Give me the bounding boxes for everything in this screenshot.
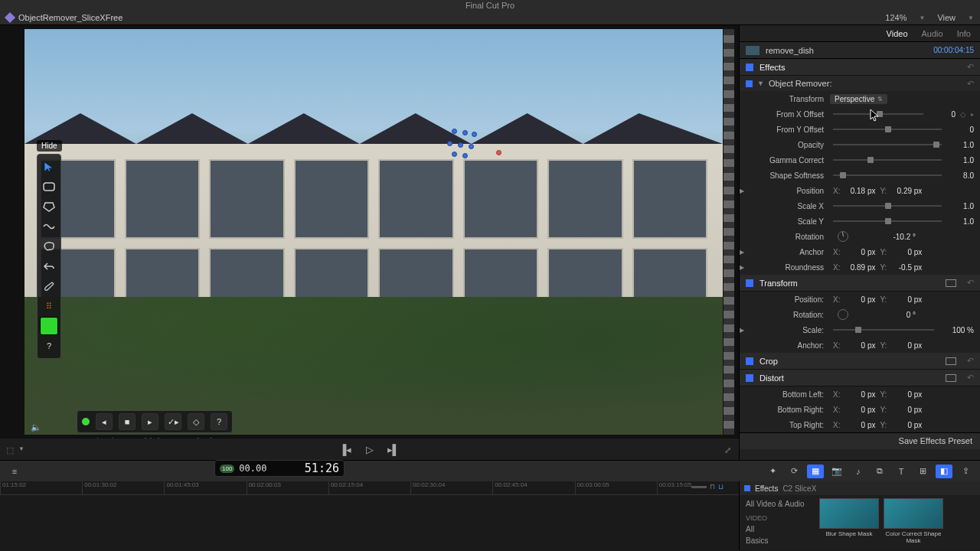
- transform-section-header[interactable]: Transform ↶: [740, 275, 980, 292]
- effect-reset-icon[interactable]: ↶: [967, 79, 974, 89]
- effects-toggle-icon[interactable]: [746, 64, 753, 71]
- fx-cat-basics[interactable]: Basics: [743, 535, 813, 546]
- stop-button[interactable]: ■: [119, 413, 136, 430]
- fx-thumb-color-correct[interactable]: Color Correct Shape Mask: [884, 498, 943, 546]
- view-menu[interactable]: View: [937, 13, 956, 22]
- blob-tool[interactable]: [40, 237, 58, 256]
- snapping-icon[interactable]: ⊔: [718, 483, 724, 491]
- play-pause-button[interactable]: ▷: [366, 444, 374, 455]
- disclosure-icon[interactable]: ▶: [740, 264, 747, 271]
- tracker-point[interactable]: [452, 129, 457, 134]
- rotation-dial[interactable]: [838, 231, 848, 242]
- music-icon[interactable]: ♪: [850, 465, 867, 478]
- tracker-point[interactable]: [462, 153, 468, 158]
- rectangle-tool[interactable]: [40, 178, 58, 196]
- speaker-icon[interactable]: 🔈: [31, 422, 41, 432]
- distort-osd-icon[interactable]: [946, 374, 956, 382]
- distort-toggle-icon[interactable]: [746, 374, 753, 382]
- crop-reset-icon[interactable]: ↶: [967, 356, 974, 366]
- crop-section-header[interactable]: Crop ↶: [740, 353, 980, 370]
- crop-toggle-icon[interactable]: [746, 357, 753, 365]
- undo-tool[interactable]: [40, 257, 58, 276]
- disclosure-icon[interactable]: ▶: [740, 187, 747, 194]
- save-effects-preset-button[interactable]: Save Effects Preset: [740, 432, 980, 449]
- hide-button[interactable]: Hide: [37, 140, 62, 152]
- wand-icon[interactable]: ✦: [764, 465, 781, 478]
- clip-appearance-slider[interactable]: [691, 486, 707, 488]
- effects-browser-icon[interactable]: ▦: [807, 465, 824, 478]
- timeline-ruler[interactable]: 01:15:02 00:01:30:02 00:01:45:03 00:02:0…: [0, 481, 739, 495]
- disclosure-icon[interactable]: ▶: [740, 249, 747, 256]
- rotation-dial[interactable]: [838, 309, 848, 320]
- fx-cat-all-va[interactable]: All Video & Audio: [743, 498, 813, 510]
- slider-scale-x[interactable]: [833, 205, 942, 207]
- keyframe-icon[interactable]: ◇: [960, 110, 966, 119]
- crop-osd-icon[interactable]: [946, 357, 956, 365]
- tab-audio[interactable]: Audio: [922, 29, 943, 38]
- tracker-point[interactable]: [458, 142, 463, 148]
- slider-gamma[interactable]: [833, 159, 942, 161]
- color-swatch[interactable]: [40, 317, 58, 335]
- slider-scale[interactable]: [833, 329, 934, 331]
- fx-toggle-icon[interactable]: [744, 485, 750, 491]
- transitions-icon[interactable]: ⧉: [871, 465, 888, 478]
- tracker-point[interactable]: [462, 130, 468, 135]
- keyframe-nav-icon[interactable]: ▸: [971, 111, 974, 118]
- slider-opacity[interactable]: [833, 144, 942, 145]
- disclosure-icon[interactable]: ▼: [757, 80, 764, 87]
- brush-tool[interactable]: [40, 277, 58, 295]
- prev-edit-button[interactable]: ▐◂: [339, 444, 351, 455]
- step-back-button[interactable]: ◂: [96, 413, 113, 430]
- timecode-display[interactable]: 100 00.00 51:26: [214, 460, 345, 477]
- tracker-point[interactable]: [452, 152, 457, 157]
- titles-icon[interactable]: T: [893, 465, 910, 478]
- transform-toggle-icon[interactable]: [746, 279, 753, 287]
- transform-mode-dropdown[interactable]: Perspective⇅: [830, 94, 887, 104]
- disclosure-icon[interactable]: ▶: [740, 327, 747, 334]
- zoom-chevron-icon[interactable]: ▼: [920, 15, 926, 21]
- retime-icon[interactable]: ⟳: [786, 465, 802, 478]
- filmstrip-scrollbar[interactable]: [724, 29, 734, 435]
- transform-reset-icon[interactable]: ↶: [967, 278, 974, 288]
- effects-reset-icon[interactable]: ↶: [967, 62, 974, 72]
- tracker-point[interactable]: [472, 132, 477, 137]
- tracker-point[interactable]: [447, 141, 452, 146]
- tab-info[interactable]: Info: [957, 29, 971, 38]
- effect-row-object-remover[interactable]: ▼ Object Remover: ↶: [740, 76, 980, 91]
- polygon-tool[interactable]: [40, 197, 58, 216]
- viewer-canvas[interactable]: [24, 29, 723, 435]
- distort-reset-icon[interactable]: ↶: [967, 373, 974, 383]
- slider-from-x[interactable]: [833, 113, 923, 115]
- fullscreen-icon[interactable]: ⤢: [724, 445, 731, 455]
- transform-osd-icon[interactable]: ⬚: [6, 445, 14, 455]
- play-button[interactable]: ▸: [142, 413, 158, 430]
- slider-scale-y[interactable]: [833, 220, 942, 222]
- tracker-anchor[interactable]: [496, 150, 501, 155]
- themes-icon[interactable]: ◧: [936, 465, 952, 478]
- region-button[interactable]: ◇: [188, 413, 204, 430]
- transport-help-button[interactable]: ?: [211, 413, 227, 430]
- help-tool[interactable]: ?: [40, 337, 58, 355]
- share-icon[interactable]: ⇪: [957, 465, 974, 478]
- slider-softness[interactable]: [833, 174, 942, 176]
- bezier-tool[interactable]: [40, 217, 58, 236]
- view-chevron-icon[interactable]: ▼: [968, 15, 974, 21]
- track-button[interactable]: ✓▸: [165, 413, 181, 430]
- tracker-point[interactable]: [469, 144, 474, 149]
- tab-video[interactable]: Video: [887, 29, 908, 38]
- transform-osd-chevron-icon[interactable]: ▼: [18, 445, 24, 455]
- next-edit-button[interactable]: ▸▌: [387, 444, 400, 455]
- generators-icon[interactable]: ⊞: [914, 465, 931, 478]
- effects-section-header[interactable]: Effects ↶: [740, 59, 980, 76]
- slider-from-y[interactable]: [833, 129, 942, 130]
- photos-icon[interactable]: 📷: [828, 465, 845, 478]
- index-icon[interactable]: ≡: [6, 465, 23, 478]
- skimming-icon[interactable]: ⊓: [710, 483, 715, 491]
- select-tool[interactable]: [40, 158, 58, 176]
- zoom-level[interactable]: 124%: [885, 13, 906, 22]
- effect-enable-toggle[interactable]: [746, 80, 753, 87]
- fx-thumb-blur-shape[interactable]: Blur Shape Mask: [819, 498, 879, 546]
- spray-tool[interactable]: ⠿: [40, 297, 58, 315]
- transform-osd-icon[interactable]: [946, 279, 956, 287]
- distort-section-header[interactable]: Distort ↶: [740, 370, 980, 386]
